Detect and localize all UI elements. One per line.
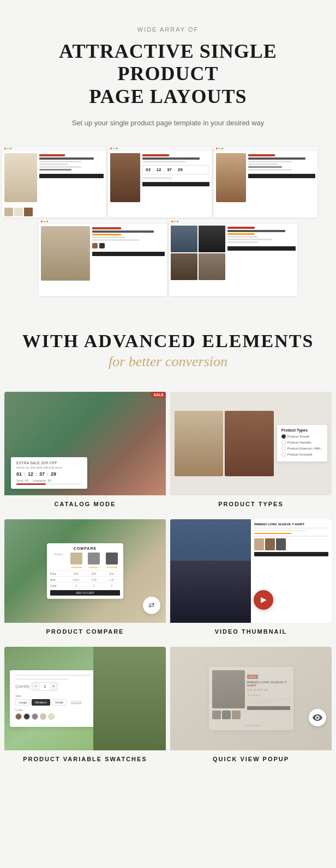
size-label: Size — [15, 694, 92, 697]
layout-thumb-2[interactable]: 03 : 12 : 37 : 29 — [108, 147, 212, 217]
nav-dot-green — [116, 148, 117, 149]
badge-line — [248, 154, 275, 156]
feature-compare-image: COMPARE Product ★★★★★ ★★★★☆ — [4, 519, 166, 623]
compare-row-color: Color 3 2 4 — [50, 582, 120, 588]
color-swatch — [92, 243, 98, 248]
compare-icon: ⇄ — [143, 597, 160, 614]
compare-stars-2: ★★★★☆ — [88, 566, 99, 569]
layout-thumb-4[interactable] — [39, 220, 167, 296]
cta-button — [142, 182, 209, 186]
color-options — [15, 713, 92, 720]
feature-video-thumbnail[interactable]: RIBBED LONG SLEEVE T-SHIRT ▶ VIDEO THUMB… — [170, 519, 332, 642]
detail-line2 — [142, 177, 172, 179]
feature-label: QUICK VIEW POPUP — [170, 750, 332, 770]
panel-thumb-2 — [265, 538, 275, 550]
sold-label: Sold: 45 Available: 85 — [16, 479, 82, 482]
browser-nav — [39, 220, 167, 224]
quantity-row: Quantity − 1 + — [15, 682, 92, 691]
compare-add-button[interactable]: ADD TO CART — [50, 590, 120, 596]
product-types-background: Product Types Product Simple Product Var… — [170, 392, 332, 495]
feature-catalog-mode[interactable]: SALE EXTRA SALE 20% OFF Hurry up, the de… — [4, 392, 166, 515]
cta-button — [227, 246, 296, 251]
detail-line2 — [92, 239, 139, 241]
price-line — [39, 169, 71, 171]
size-large[interactable]: Large — [15, 699, 30, 706]
progress-bar — [16, 483, 82, 485]
panel-line-3 — [254, 533, 291, 534]
qty-control[interactable]: − 1 + — [32, 682, 58, 691]
nav-dot-yellow — [113, 148, 115, 149]
detail-line2 — [39, 163, 68, 165]
color-gray[interactable] — [32, 713, 38, 720]
size-clear[interactable]: CLEAR — [68, 699, 85, 706]
browser-nav — [214, 147, 317, 151]
badge-line — [39, 154, 65, 156]
quickview-background: SALE RIBBED LONG SLEEVE T-SHIRT $29.99 $… — [170, 647, 332, 750]
nav-dot-red — [171, 221, 173, 222]
feature-label: VIDEO THUMBNAIL — [170, 623, 332, 642]
color-light[interactable] — [48, 713, 55, 720]
ms: 29 — [178, 167, 183, 172]
timer-seconds: 37 — [39, 471, 45, 477]
feature-product-compare[interactable]: COMPARE Product ★★★★★ ★★★★☆ — [4, 519, 166, 642]
detail-line2 — [248, 163, 278, 165]
swatches-panel: Quantity − 1 + Size Large Medium Small — [10, 670, 97, 727]
nav-dot-green — [10, 148, 11, 149]
model-img-3 — [171, 253, 197, 280]
model-background — [170, 519, 251, 623]
advanced-title: WITH ADVANCED ELEMENTS — [11, 331, 325, 351]
panel-cta — [254, 552, 328, 556]
feature-video-image: RIBBED LONG SLEEVE T-SHIRT ▶ — [170, 519, 332, 623]
qty-plus[interactable]: + — [50, 683, 57, 690]
layout-thumb-5[interactable] — [169, 220, 297, 296]
nav-dot-green — [177, 221, 178, 222]
compare-table: COMPARE Product ★★★★★ ★★★★☆ — [47, 543, 123, 599]
panel-thumb-3 — [276, 538, 286, 550]
eye-icon — [313, 714, 322, 721]
menu-item-external: Product External / Affili... — [281, 446, 323, 451]
sale-badge: SALE — [151, 392, 166, 398]
product-info — [227, 226, 296, 294]
detail-line2 — [227, 239, 272, 240]
layout-thumb-3[interactable] — [214, 147, 317, 217]
color-beige[interactable] — [40, 713, 46, 720]
feature-label: CATALOG MODE — [4, 495, 166, 515]
video-background: RIBBED LONG SLEEVE T-SHIRT ▶ — [170, 519, 332, 623]
compare-col-2: ★★★★☆ — [86, 553, 103, 569]
product-info: 03 : 12 : 37 : 29 — [142, 153, 209, 215]
size-small[interactable]: Small — [52, 699, 67, 706]
compare-stars-3: ★★★★★ — [106, 566, 117, 569]
nav-dot-green — [221, 148, 223, 149]
size-medium[interactable]: Medium — [32, 699, 50, 706]
qty-minus[interactable]: − — [32, 683, 40, 690]
feature-quickview-image: SALE RIBBED LONG SLEEVE T-SHIRT $29.99 $… — [170, 647, 332, 750]
countdown-timer: 03 : 12 : 37 : 29 — [142, 165, 209, 174]
quick-view-eye-icon[interactable] — [309, 709, 326, 726]
nav-dot-yellow — [174, 221, 176, 222]
layout-screenshots-row1: 03 : 12 : 37 : 29 — [0, 147, 336, 217]
detail-line — [227, 236, 258, 238]
hero-title: ATTRACTIVE SINGLE PRODUCT PAGE LAYOUTS — [11, 40, 325, 108]
layout-thumb-1[interactable] — [2, 147, 106, 217]
cta-button — [39, 174, 104, 178]
product-image — [110, 153, 140, 202]
layout-content: 03 : 12 : 37 : 29 — [108, 151, 212, 217]
extra-sale-label: EXTRA SALE 20% OFF — [16, 461, 82, 465]
size-options: Large Medium Small CLEAR — [15, 699, 92, 706]
feature-product-types[interactable]: Product Types Product Simple Product Var… — [170, 392, 332, 515]
thumb-1 — [4, 208, 13, 216]
feature-quickview[interactable]: SALE RIBBED LONG SLEEVE T-SHIRT $29.99 $… — [170, 647, 332, 770]
color-dark[interactable] — [23, 713, 30, 720]
panel-thumb-1 — [254, 538, 264, 550]
nav-dot-red — [41, 221, 43, 222]
panel-line-2 — [15, 678, 69, 680]
title-line — [142, 157, 200, 160]
nav-dot-yellow — [44, 221, 45, 222]
feature-swatches[interactable]: Quantity − 1 + Size Large Medium Small — [4, 647, 166, 770]
product-info — [92, 226, 165, 294]
compare-stars-1: ★★★★★ — [71, 566, 82, 569]
feature-catalog-image: SALE EXTRA SALE 20% OFF Hurry up, the de… — [4, 392, 166, 495]
color-brown[interactable] — [15, 713, 22, 720]
timer-ms: 29 — [51, 471, 56, 477]
timer-minutes: 12 — [28, 471, 33, 477]
